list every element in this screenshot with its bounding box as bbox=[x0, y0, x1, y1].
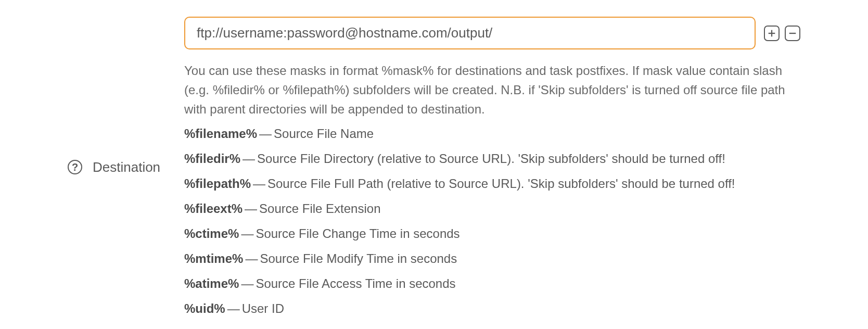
mask-item: %atime%—Source File Access Time in secon… bbox=[184, 274, 800, 293]
minus-icon bbox=[788, 29, 797, 38]
mask-list: %filename%—Source File Name %filedir%—So… bbox=[184, 124, 800, 318]
help-icon[interactable]: ? bbox=[68, 160, 82, 174]
mask-item: %mtime%—Source File Modify Time in secon… bbox=[184, 249, 800, 268]
mask-name: %fileext% bbox=[184, 201, 242, 216]
mask-desc: User ID bbox=[242, 301, 284, 315]
input-row bbox=[184, 17, 800, 49]
mask-name: %uid% bbox=[184, 301, 225, 315]
help-text: You can use these masks in format %mask%… bbox=[184, 61, 800, 119]
destination-field-row: ? Destination You can use these m bbox=[0, 0, 868, 329]
plus-icon bbox=[767, 29, 776, 38]
remove-button[interactable] bbox=[785, 26, 800, 41]
mask-name: %mtime% bbox=[184, 251, 243, 265]
mask-item: %uid%—User ID bbox=[184, 299, 800, 318]
mask-name: %ctime% bbox=[184, 226, 239, 241]
mask-name: %filename% bbox=[184, 126, 257, 141]
mask-name: %atime% bbox=[184, 276, 239, 290]
mask-item: %filepath%—Source File Full Path (relati… bbox=[184, 174, 800, 193]
mask-desc: Source File Access Time in seconds bbox=[256, 276, 455, 290]
mask-item: %filename%—Source File Name bbox=[184, 124, 800, 143]
content-column: You can use these masks in format %mask%… bbox=[184, 17, 800, 318]
mask-name: %filedir% bbox=[184, 151, 240, 166]
add-button[interactable] bbox=[764, 26, 780, 41]
mask-name: %filepath% bbox=[184, 176, 251, 191]
mask-desc: Source File Modify Time in seconds bbox=[260, 251, 457, 265]
input-action-buttons bbox=[764, 26, 800, 41]
destination-input[interactable] bbox=[184, 17, 756, 49]
mask-desc: Source File Name bbox=[274, 126, 374, 141]
field-label: Destination bbox=[93, 157, 160, 178]
mask-desc: Source File Extension bbox=[259, 201, 380, 216]
mask-desc: Source File Full Path (relative to Sourc… bbox=[267, 176, 735, 191]
mask-desc: Source File Directory (relative to Sourc… bbox=[257, 151, 725, 166]
label-column: ? Destination bbox=[68, 157, 172, 178]
mask-desc: Source File Change Time in seconds bbox=[256, 226, 459, 241]
mask-item: %filedir%—Source File Directory (relativ… bbox=[184, 149, 800, 168]
mask-item: %ctime%—Source File Change Time in secon… bbox=[184, 224, 800, 243]
mask-item: %fileext%—Source File Extension bbox=[184, 199, 800, 218]
